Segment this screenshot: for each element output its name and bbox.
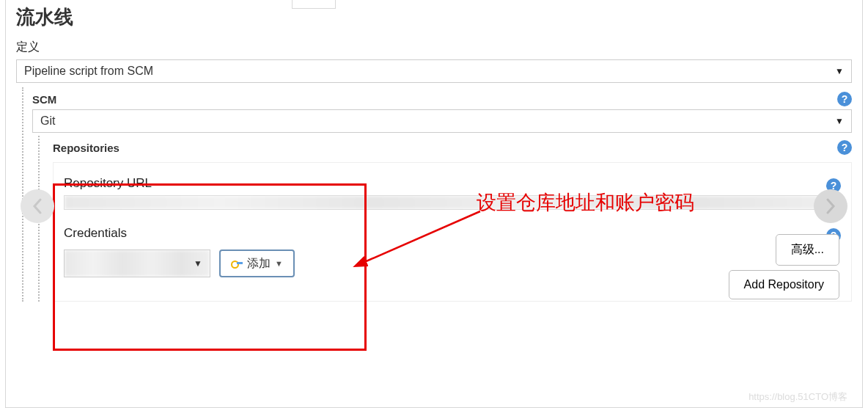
credentials-label: Credentials	[64, 226, 127, 245]
key-icon	[231, 260, 243, 267]
scm-select[interactable]: Git ▼	[32, 109, 852, 133]
definition-value: Pipeline script from SCM	[24, 65, 153, 78]
caret-down-icon: ▼	[194, 258, 202, 269]
definition-select[interactable]: Pipeline script from SCM ▼	[16, 59, 852, 83]
add-repository-button[interactable]: Add Repository	[729, 270, 839, 299]
definition-label: 定义	[16, 40, 40, 55]
repo-url-label: Repository URL	[64, 176, 152, 195]
scm-value: Git	[40, 114, 55, 128]
repositories-label: Repositories	[53, 142, 119, 154]
tab-remnant	[292, 0, 336, 9]
repo-url-input[interactable]	[64, 195, 841, 210]
scm-label: SCM	[32, 93, 56, 106]
carousel-next-button[interactable]	[814, 189, 847, 223]
advanced-button[interactable]: 高级...	[776, 234, 839, 266]
repository-block: Repository URL ? Credentials ?	[53, 162, 852, 302]
help-icon[interactable]: ?	[837, 92, 852, 106]
caret-down-icon: ▼	[275, 259, 283, 268]
help-icon[interactable]: ?	[837, 140, 852, 155]
add-credentials-button[interactable]: 添加 ▼	[219, 249, 295, 277]
carousel-prev-button[interactable]	[21, 189, 54, 223]
add-label: 添加	[247, 256, 271, 272]
section-title: 流水线	[6, 0, 862, 34]
credentials-select[interactable]: ▼	[64, 249, 210, 277]
caret-down-icon: ▼	[835, 66, 844, 76]
caret-down-icon: ▼	[835, 116, 844, 126]
